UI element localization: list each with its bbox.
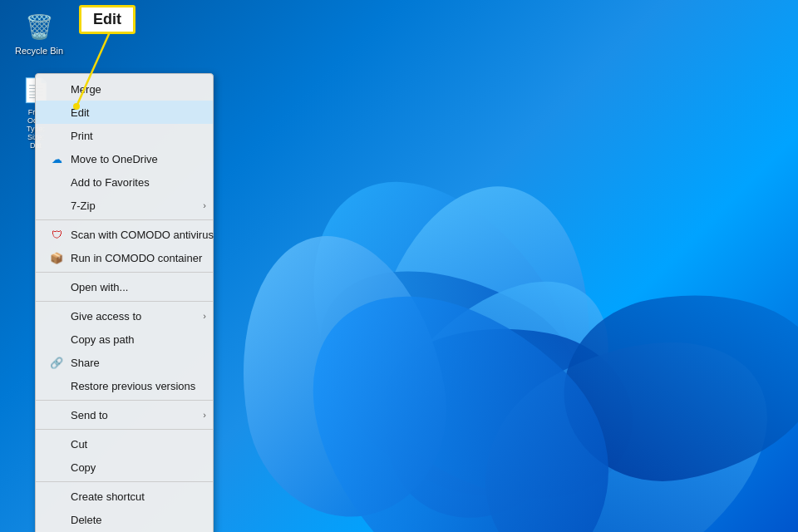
- menu-item-cut[interactable]: Cut: [36, 432, 213, 456]
- menu-icon-run-comodo: 📦: [49, 250, 64, 265]
- menu-icon-placeholder-open-with: [49, 279, 64, 294]
- menu-item-delete[interactable]: Delete: [36, 508, 213, 531]
- svg-point-1: [73, 103, 80, 110]
- menu-label-open-with: Open with...: [71, 281, 128, 293]
- menu-item-send-to[interactable]: Send to›: [36, 403, 213, 426]
- menu-icon-placeholder-delete: [49, 512, 64, 527]
- menu-label-share: Share: [71, 357, 100, 369]
- menu-item-copy-as-path[interactable]: Copy as path: [36, 328, 213, 351]
- svg-line-0: [76, 27, 112, 106]
- menu-item-add-to-favorites[interactable]: Add to Favorites: [36, 170, 213, 194]
- menu-item-open-with[interactable]: Open with...: [36, 275, 213, 298]
- menu-label-add-to-favorites: Add to Favorites: [71, 176, 150, 189]
- menu-icon-share: 🔗: [49, 355, 64, 370]
- menu-item-restore-previous[interactable]: Restore previous versions: [36, 374, 213, 397]
- menu-item-move-to-onedrive[interactable]: ☁Move to OneDrive: [36, 147, 213, 170]
- menu-icon-placeholder-7zip: [49, 198, 64, 213]
- menu-separator: [36, 429, 213, 430]
- menu-label-cut: Cut: [71, 438, 87, 451]
- menu-separator: [36, 481, 213, 482]
- menu-label-run-comodo: Run in COMODO container: [71, 252, 202, 264]
- menu-label-delete: Delete: [71, 514, 102, 526]
- menu-icon-placeholder-send-to: [49, 407, 64, 422]
- menu-item-share[interactable]: 🔗Share: [36, 351, 213, 374]
- menu-separator: [36, 301, 213, 302]
- menu-label-copy-as-path: Copy as path: [71, 333, 135, 346]
- menu-label-give-access-to: Give access to: [71, 310, 141, 323]
- menu-arrow-7zip: ›: [203, 200, 206, 210]
- menu-label-restore-previous: Restore previous versions: [71, 380, 195, 392]
- menu-item-copy[interactable]: Copy: [36, 456, 213, 479]
- menu-icon-placeholder-add-to-favorites: [49, 175, 64, 190]
- menu-item-create-shortcut[interactable]: Create shortcut: [36, 485, 213, 508]
- menu-icon-placeholder-restore-previous: [49, 378, 64, 393]
- menu-label-scan-comodo: Scan with COMODO antivirus: [71, 229, 214, 241]
- menu-separator: [36, 400, 213, 401]
- menu-separator: [36, 272, 213, 273]
- menu-label-7zip: 7-Zip: [71, 200, 96, 212]
- menu-icon-placeholder-copy-as-path: [49, 332, 64, 347]
- menu-icon-move-to-onedrive: ☁: [49, 151, 64, 166]
- menu-icon-placeholder-give-access-to: [49, 308, 64, 323]
- menu-separator: [36, 219, 213, 220]
- menu-label-copy: Copy: [71, 461, 96, 474]
- callout-edit-box: Edit: [79, 5, 135, 34]
- menu-label-create-shortcut: Create shortcut: [71, 490, 145, 503]
- menu-label-move-to-onedrive: Move to OneDrive: [71, 153, 158, 165]
- menu-label-send-to: Send to: [71, 409, 108, 421]
- menu-arrow-give-access-to: ›: [203, 311, 206, 321]
- menu-item-run-comodo[interactable]: 📦Run in COMODO container: [36, 246, 213, 269]
- menu-icon-scan-comodo: 🛡: [49, 227, 64, 242]
- context-menu: MergeEditPrint☁Move to OneDriveAdd to Fa…: [35, 73, 214, 532]
- menu-item-give-access-to[interactable]: Give access to›: [36, 304, 213, 328]
- menu-arrow-send-to: ›: [203, 410, 206, 420]
- menu-item-scan-comodo[interactable]: 🛡Scan with COMODO antivirus: [36, 223, 213, 246]
- menu-icon-placeholder-create-shortcut: [49, 489, 64, 504]
- menu-icon-placeholder-cut: [49, 436, 64, 451]
- callout-edit-label: Edit: [93, 11, 121, 27]
- menu-item-7zip[interactable]: 7-Zip›: [36, 194, 213, 217]
- menu-icon-placeholder-copy: [49, 460, 64, 475]
